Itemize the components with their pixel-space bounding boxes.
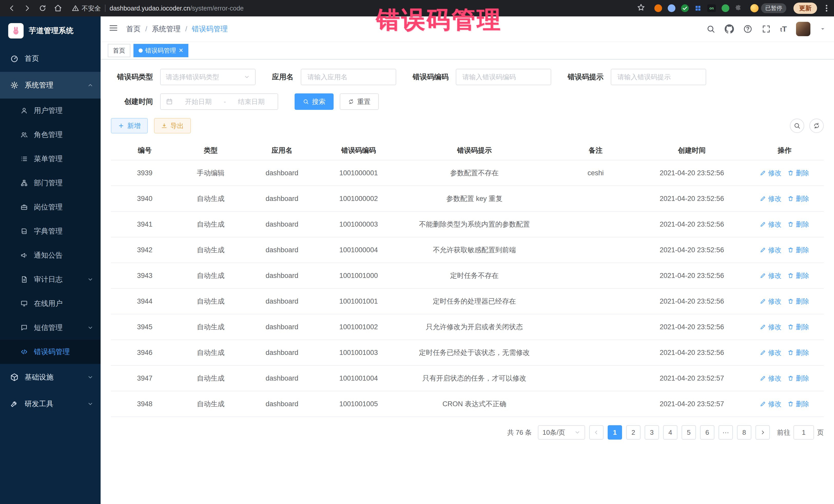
- extension-icon[interactable]: [668, 4, 675, 12]
- security-indicator[interactable]: 不安全: [72, 4, 101, 13]
- chevron-down-icon: [87, 374, 93, 380]
- browser-update-button[interactable]: 更新: [793, 3, 817, 14]
- sidebar-item-notices[interactable]: 通知公告: [0, 243, 101, 267]
- edit-link[interactable]: 修改: [760, 348, 782, 357]
- reload-button[interactable]: [36, 2, 49, 15]
- delete-link[interactable]: 删除: [788, 374, 809, 383]
- sidebar-item-system[interactable]: 系统管理: [0, 72, 101, 98]
- sidebar-item-home[interactable]: 首页: [0, 45, 101, 72]
- sidebar-item-dev-tools[interactable]: 研发工具: [0, 391, 101, 417]
- profile-chip[interactable]: 已暂停: [750, 3, 786, 13]
- edit-link[interactable]: 修改: [760, 297, 782, 306]
- edit-link[interactable]: 修改: [760, 374, 782, 383]
- page-button-8[interactable]: 8: [737, 425, 751, 440]
- delete-link[interactable]: 删除: [788, 220, 809, 229]
- browser-menu-button[interactable]: [824, 5, 829, 12]
- extensions-puzzle-icon[interactable]: [735, 5, 742, 12]
- address-bar[interactable]: 不安全 dashboard.yudao.iocoder.cn/system/er…: [72, 3, 652, 13]
- tab-error-codes[interactable]: 错误码管理: [133, 44, 188, 57]
- error-type-select[interactable]: 请选择错误码类型: [160, 69, 256, 85]
- delete-link[interactable]: 删除: [788, 271, 809, 280]
- page-size-select[interactable]: 10条/页: [538, 425, 585, 440]
- page-button-4[interactable]: 4: [663, 425, 678, 440]
- search-button[interactable]: 搜索: [294, 93, 334, 110]
- extension-icon[interactable]: [681, 4, 689, 12]
- next-page-button[interactable]: [755, 425, 770, 440]
- sidebar-item-sms[interactable]: 短信管理: [0, 316, 101, 340]
- close-icon[interactable]: [179, 48, 183, 53]
- delete-icon: [788, 324, 794, 330]
- forward-button[interactable]: [21, 2, 34, 15]
- delete-link[interactable]: 删除: [788, 348, 809, 357]
- home-button[interactable]: [51, 2, 65, 15]
- delete-link[interactable]: 删除: [788, 323, 809, 332]
- reload-icon: [39, 4, 47, 12]
- back-button[interactable]: [5, 2, 19, 15]
- edit-icon: [760, 272, 766, 279]
- page-button-5[interactable]: 5: [682, 425, 696, 440]
- app-name-input[interactable]: [301, 69, 396, 85]
- delete-link[interactable]: 删除: [788, 194, 809, 203]
- sidebar-toggle-button[interactable]: [109, 23, 118, 35]
- edit-link[interactable]: 修改: [760, 271, 782, 280]
- reset-button[interactable]: 重置: [340, 93, 379, 110]
- goto-page-input[interactable]: [793, 425, 814, 440]
- app-logo[interactable]: 芋道管理系统: [0, 17, 101, 45]
- sidebar-item-online-users[interactable]: 在线用户: [0, 291, 101, 316]
- org-tree-icon: [21, 179, 28, 187]
- export-button[interactable]: 导出: [154, 118, 191, 133]
- search-icon[interactable]: [706, 24, 716, 34]
- bookmark-star-button[interactable]: [637, 3, 645, 13]
- browser-toolbar: 不安全 dashboard.yudao.iocoder.cn/system/er…: [0, 0, 834, 17]
- tab-home[interactable]: 首页: [108, 44, 130, 57]
- show-search-button[interactable]: [790, 118, 804, 133]
- page-button-1[interactable]: 1: [608, 425, 622, 440]
- logo-image: [8, 23, 24, 39]
- goto-suffix: 页: [817, 428, 824, 437]
- sidebar-item-audit-logs[interactable]: 审计日志: [0, 267, 101, 291]
- delete-link[interactable]: 删除: [788, 399, 809, 409]
- chat-bubble-icon: [21, 324, 28, 331]
- sidebar-item-positions[interactable]: 岗位管理: [0, 195, 101, 219]
- prev-page-button[interactable]: [589, 425, 603, 440]
- error-code-input[interactable]: [456, 69, 551, 85]
- create-time-range-picker[interactable]: 开始日期 - 结束日期: [160, 93, 278, 110]
- add-button[interactable]: 新增: [111, 118, 148, 133]
- page-button-6[interactable]: 6: [700, 425, 715, 440]
- page-button-2[interactable]: 2: [626, 425, 640, 440]
- sidebar-item-infrastructure[interactable]: 基础设施: [0, 364, 101, 391]
- page-button-3[interactable]: 3: [644, 425, 659, 440]
- extension-icon[interactable]: [722, 4, 729, 12]
- fullscreen-icon[interactable]: [762, 24, 771, 34]
- sidebar-item-departments[interactable]: 部门管理: [0, 171, 101, 195]
- delete-link[interactable]: 删除: [788, 297, 809, 306]
- sidebar-item-roles[interactable]: 角色管理: [0, 123, 101, 147]
- sidebar-item-users[interactable]: 用户管理: [0, 98, 101, 123]
- edit-link[interactable]: 修改: [760, 399, 782, 409]
- sidebar-item-dictionary[interactable]: 字典管理: [0, 219, 101, 243]
- extension-icon[interactable]: [695, 5, 702, 12]
- page-ellipsis[interactable]: ···: [719, 425, 733, 440]
- extension-icon[interactable]: [654, 4, 662, 12]
- delete-icon: [788, 298, 794, 304]
- delete-link[interactable]: 删除: [788, 246, 809, 255]
- caret-down-icon[interactable]: [820, 26, 826, 32]
- refresh-table-button[interactable]: [809, 118, 824, 133]
- user-avatar[interactable]: [796, 22, 810, 36]
- github-icon[interactable]: [725, 24, 734, 34]
- breadcrumb-home[interactable]: 首页: [126, 24, 140, 34]
- edit-link[interactable]: 修改: [760, 169, 782, 178]
- edit-link[interactable]: 修改: [760, 246, 782, 255]
- breadcrumb-system[interactable]: 系统管理: [152, 24, 181, 34]
- sidebar-item-menus[interactable]: 菜单管理: [0, 147, 101, 171]
- error-msg-input[interactable]: [611, 69, 706, 85]
- help-icon[interactable]: [743, 24, 752, 34]
- edit-link[interactable]: 修改: [760, 220, 782, 229]
- sidebar-item-error-codes[interactable]: 错误码管理: [0, 340, 101, 364]
- edit-link[interactable]: 修改: [760, 323, 782, 332]
- edit-link[interactable]: 修改: [760, 194, 782, 203]
- extension-icon[interactable]: [707, 4, 716, 12]
- font-size-icon[interactable]: [780, 25, 787, 34]
- delete-link[interactable]: 删除: [788, 169, 809, 178]
- warning-icon: [72, 5, 79, 12]
